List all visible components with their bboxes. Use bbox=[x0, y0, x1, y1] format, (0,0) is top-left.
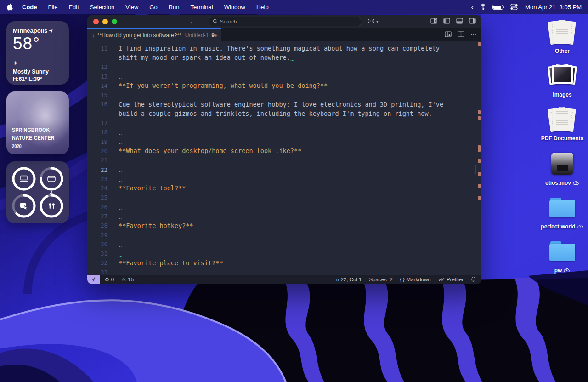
desktop-item-images[interactable]: Images bbox=[541, 63, 584, 107]
menu-code[interactable]: Code bbox=[22, 4, 37, 11]
line-number: 30 bbox=[87, 241, 107, 248]
editor-row[interactable]: 11I find inspiration in music. There's s… bbox=[87, 44, 481, 53]
desktop-item-etios-mov[interactable]: etios.mov bbox=[541, 150, 584, 194]
editor-row[interactable]: 14**If you weren't programming, what wou… bbox=[87, 81, 481, 90]
menu-go[interactable]: Go bbox=[149, 4, 157, 11]
line-number: 27 bbox=[87, 213, 107, 220]
desktop-item-perfect-world[interactable]: perfect world bbox=[541, 194, 584, 238]
apple-menu-icon[interactable] bbox=[6, 3, 13, 11]
menu-edit[interactable]: Edit bbox=[68, 4, 79, 11]
menu-file[interactable]: File bbox=[48, 4, 58, 11]
editor-row[interactable]: 13~ bbox=[87, 72, 481, 81]
weather-widget[interactable]: Minneapolis ➤ 58° ☀ Mostly Sunny H:61° L… bbox=[6, 21, 69, 85]
markdown-bold-line: **Favorite hotkey?** bbox=[119, 221, 193, 230]
markdown-preview-icon[interactable] bbox=[445, 31, 452, 39]
vscode-titlebar[interactable]: ← → ▾ bbox=[87, 15, 481, 28]
toggle-secondary-sidebar-icon[interactable] bbox=[469, 17, 476, 26]
menu-terminal[interactable]: Terminal bbox=[191, 4, 213, 11]
desktop-item-label: Images bbox=[553, 91, 571, 98]
editor-row[interactable]: 19~ bbox=[87, 137, 481, 146]
menu-bar: CodeFileEditSelectionViewGoRunTerminalWi… bbox=[0, 0, 588, 14]
editor-text: ~ bbox=[119, 127, 121, 137]
desktop-item-other[interactable]: Other bbox=[541, 19, 584, 63]
toggle-panel-icon[interactable] bbox=[456, 17, 463, 26]
editor-row[interactable]: 25 bbox=[87, 193, 481, 202]
editor-row[interactable]: 18~ bbox=[87, 128, 481, 137]
menu-window[interactable]: Window bbox=[224, 4, 245, 11]
line-number: 23 bbox=[87, 176, 107, 182]
zoom-window-button[interactable] bbox=[112, 19, 117, 24]
split-editor-icon[interactable] bbox=[458, 31, 464, 39]
editor-text: ~ bbox=[119, 174, 121, 184]
menu-run[interactable]: Run bbox=[169, 4, 180, 11]
more-actions-icon[interactable]: ⋯ bbox=[470, 31, 477, 38]
notifications-bell-icon[interactable] bbox=[471, 276, 476, 283]
video-icon[interactable] bbox=[546, 150, 578, 177]
tab-untitled-1[interactable]: ↓ **How did you get into software?** Unt… bbox=[87, 28, 221, 41]
editor-row[interactable]: 31~ bbox=[87, 249, 481, 258]
line-number: 19 bbox=[87, 138, 107, 145]
desktop-stacks: OtherImagesPDF Documentsetios.movperfect… bbox=[541, 19, 584, 281]
cursor-position-status[interactable]: Ln 22, Col 1 bbox=[333, 277, 362, 282]
desktop-item-label: etios.mov bbox=[545, 180, 571, 186]
macbook-icon bbox=[19, 175, 28, 182]
editor-row[interactable]: 15 bbox=[87, 90, 481, 99]
editor-row[interactable]: 24**Favorite tool?** bbox=[87, 183, 481, 193]
search-input[interactable] bbox=[220, 19, 357, 24]
editor-row[interactable]: 12 bbox=[87, 63, 481, 72]
desktop-item-pw[interactable]: pw bbox=[541, 238, 584, 281]
current-line-highlight bbox=[117, 165, 476, 174]
editor-row[interactable]: 28**Favorite hotkey?** bbox=[87, 221, 481, 230]
editor-row[interactable]: 26~ bbox=[87, 202, 481, 211]
control-center-icon[interactable] bbox=[510, 4, 518, 10]
editor-row[interactable]: 20**What does your desktop/home screen l… bbox=[87, 146, 481, 155]
editor-row[interactable]: 32**Favorite place to visit?** bbox=[87, 258, 481, 268]
battery-ring-macbook bbox=[11, 166, 37, 192]
editor-row[interactable]: 22~ bbox=[87, 165, 481, 174]
trackpad-icon bbox=[20, 202, 28, 210]
battery-icon[interactable] bbox=[492, 5, 503, 10]
folder-icon[interactable] bbox=[546, 194, 578, 221]
menu-selection[interactable]: Selection bbox=[90, 4, 114, 11]
editor-row[interactable]: 23~ bbox=[87, 174, 481, 183]
chevron-left-icon[interactable]: ‹ bbox=[471, 3, 474, 11]
editor-row[interactable]: shift my mood or spark an idea out of no… bbox=[87, 53, 481, 62]
customize-layout-icon[interactable] bbox=[430, 17, 437, 26]
menu-help[interactable]: Help bbox=[256, 4, 269, 11]
editor-row[interactable]: 17 bbox=[87, 118, 481, 127]
menu-view[interactable]: View bbox=[125, 4, 138, 11]
minimize-window-button[interactable] bbox=[102, 19, 108, 24]
editor-row[interactable]: 30~ bbox=[87, 239, 481, 249]
navigate-back-icon[interactable]: ← bbox=[189, 18, 196, 25]
photos-widget[interactable]: SPRINGBROOK NATURE CENTER 2020 bbox=[6, 91, 69, 154]
editor-row[interactable]: 27~ bbox=[87, 211, 481, 221]
formatter-status[interactable]: ✓✓ Prettier bbox=[438, 276, 464, 283]
language-mode-status[interactable]: { } Markdown bbox=[400, 277, 431, 282]
charging-bolt-icon bbox=[50, 190, 54, 199]
markdown-bold-line: **What does your desktop/home screen loo… bbox=[119, 146, 301, 155]
desktop-item-pdf-documents[interactable]: PDF Documents bbox=[541, 107, 584, 150]
copilot-menu[interactable]: ▾ bbox=[368, 15, 379, 28]
toggle-primary-sidebar-icon[interactable] bbox=[443, 17, 450, 26]
problems-status[interactable]: ⊘ 0 ⚠ 15 bbox=[105, 276, 134, 283]
editor-row[interactable]: 16Cue the stereotypical software enginee… bbox=[87, 100, 481, 109]
batteries-widget[interactable] bbox=[6, 161, 69, 223]
folder-icon[interactable] bbox=[546, 238, 578, 264]
editor-row[interactable]: 29 bbox=[87, 230, 481, 239]
remote-indicator[interactable]: >< bbox=[87, 275, 100, 284]
doc-stack-icon[interactable] bbox=[546, 107, 578, 133]
photo-stack-icon[interactable] bbox=[546, 63, 578, 90]
overview-ruler[interactable] bbox=[476, 41, 481, 275]
close-window-button[interactable] bbox=[93, 19, 99, 24]
doc-stack-icon[interactable] bbox=[546, 19, 578, 46]
editor-row[interactable]: 21 bbox=[87, 156, 481, 165]
desktop-item-label: Other bbox=[555, 48, 570, 54]
editor-pane[interactable]: 11I find inspiration in music. There's s… bbox=[87, 41, 481, 275]
desktop-item-label: pw bbox=[554, 267, 562, 274]
command-search-box[interactable] bbox=[209, 17, 361, 26]
navigate-forward-icon[interactable]: → bbox=[202, 18, 208, 25]
menu-bar-clock[interactable]: Mon Apr 21 3:05 PM bbox=[525, 4, 582, 11]
key-icon[interactable] bbox=[481, 3, 485, 11]
editor-row[interactable]: build a couple gizmos and trinklets, inc… bbox=[87, 109, 481, 118]
indentation-status[interactable]: Spaces: 2 bbox=[369, 277, 392, 282]
